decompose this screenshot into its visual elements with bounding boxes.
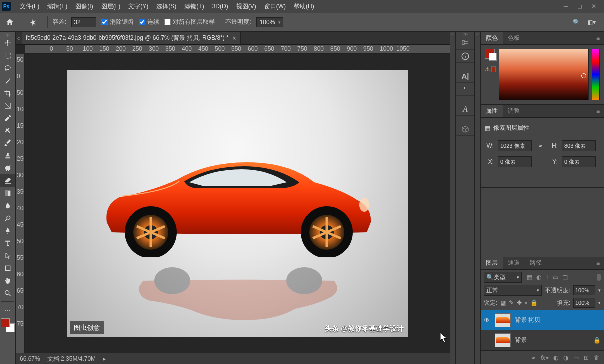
close-icon[interactable]: ✕ (590, 2, 598, 10)
color-swatches[interactable] (1, 318, 15, 332)
dock-collapse-left[interactable]: « (450, 32, 456, 364)
eyedropper-tool[interactable] (0, 112, 16, 124)
lock-pos-icon[interactable]: ✥ (517, 299, 522, 306)
document-tab[interactable]: fd5c5ed0-2e7a-49a3-9db0-bb995f6f03f2.jpg… (22, 32, 241, 44)
new-layer-icon[interactable]: ⊞ (584, 354, 589, 361)
filter-pixel-icon[interactable]: ▦ (527, 274, 532, 281)
hue-slider[interactable] (592, 49, 600, 100)
layer-row[interactable]: 背景🔒 (481, 330, 604, 350)
frame-tool[interactable] (0, 99, 16, 112)
path-select-tool[interactable] (0, 249, 16, 262)
gamut-warning-icon[interactable]: ⚠ (485, 66, 496, 73)
tab-close-icon[interactable]: × (233, 35, 236, 42)
panel-menu-icon[interactable]: ≡ (592, 260, 604, 267)
delete-icon[interactable]: 🗑 (594, 354, 600, 361)
foreground-swatch[interactable] (1, 318, 10, 327)
workspace-icon[interactable]: ◧▾ (588, 19, 596, 26)
layer-row[interactable]: 👁背景 拷贝 (481, 310, 604, 330)
dock-info-icon[interactable] (456, 50, 474, 63)
search-icon[interactable]: 🔍 (573, 19, 580, 26)
history-brush-tool[interactable] (0, 162, 16, 174)
shape-tool[interactable] (0, 262, 16, 274)
tool-preset-icon[interactable] (27, 16, 42, 28)
blur-tool[interactable] (0, 199, 16, 212)
menu-layer[interactable]: 图层(L) (98, 2, 125, 11)
link-wh-icon[interactable]: ⚭ (536, 142, 545, 149)
mask-icon[interactable]: ◐ (554, 354, 558, 361)
filter-smart-icon[interactable]: ◫ (562, 274, 568, 281)
link-layers-icon[interactable]: ⚭ (531, 354, 536, 361)
menu-select[interactable]: 选择(S) (152, 2, 180, 11)
filter-type-icon[interactable]: T (546, 274, 549, 281)
fx-icon[interactable]: fx▾ (541, 354, 548, 361)
menu-type[interactable]: 文字(Y) (124, 2, 152, 11)
dock-collapse-right[interactable]: « (475, 32, 481, 364)
magic-wand-tool[interactable] (0, 74, 16, 87)
pen-tool[interactable] (0, 224, 16, 237)
x-input[interactable] (498, 156, 532, 167)
tab-layers[interactable]: 图层 (481, 257, 503, 269)
canvas-viewport[interactable]: 图虫创意 头条 @教你零基础学设计 (25, 54, 450, 353)
menu-filter[interactable]: 滤镜(T) (180, 2, 208, 11)
menu-view[interactable]: 视图(V) (232, 2, 260, 11)
dock-history-icon[interactable] (456, 37, 474, 50)
lock-trans-icon[interactable]: ▩ (500, 299, 506, 306)
dock-3d-icon[interactable] (456, 123, 474, 136)
menu-3d[interactable]: 3D(D) (208, 3, 232, 10)
tab-channels[interactable]: 通道 (503, 257, 525, 269)
menu-file[interactable]: 文件(F) (16, 2, 44, 11)
tab-paths[interactable]: 路径 (525, 257, 547, 269)
tab-swatches[interactable]: 色板 (503, 32, 525, 44)
layer-thumbnail[interactable] (495, 333, 511, 347)
dock-paragraph-icon[interactable]: ¶ (456, 83, 474, 96)
minimize-icon[interactable]: ─ (562, 2, 570, 10)
type-tool[interactable] (0, 237, 16, 249)
tab-properties[interactable]: 属性 (481, 105, 503, 117)
panel-menu-icon[interactable]: ≡ (592, 108, 604, 115)
dodge-tool[interactable] (0, 212, 16, 224)
menu-edit[interactable]: 编辑(E) (44, 2, 72, 11)
tab-adjustments[interactable]: 调整 (503, 105, 525, 117)
contiguous-checkbox[interactable]: 连续 (139, 18, 160, 26)
dock-character-icon[interactable]: A| (456, 70, 474, 83)
layer-name[interactable]: 背景 拷贝 (515, 316, 540, 324)
menu-image[interactable]: 图像(I) (72, 2, 97, 11)
width-input[interactable] (498, 140, 532, 151)
marquee-tool[interactable] (0, 49, 16, 62)
stamp-tool[interactable] (0, 149, 16, 162)
layer-thumbnail[interactable] (495, 313, 511, 327)
filter-shape-icon[interactable]: ▭ (553, 274, 558, 281)
blend-mode-dropdown[interactable]: 正常 (484, 285, 542, 296)
visibility-icon[interactable]: 👁 (484, 317, 491, 324)
layer-fill-input[interactable] (574, 298, 596, 308)
lock-nest-icon[interactable]: ▫ (525, 299, 527, 306)
eraser-tool[interactable] (0, 174, 16, 187)
lock-all-icon[interactable]: 🔒 (530, 299, 538, 306)
brush-tool[interactable] (0, 137, 16, 149)
height-input[interactable] (562, 140, 596, 151)
menu-help[interactable]: 帮助(H) (290, 2, 318, 11)
antialias-checkbox[interactable]: 消除锯齿 (102, 18, 134, 26)
opacity-dropdown[interactable]: 100% (256, 17, 284, 27)
filter-toggle[interactable] (597, 274, 601, 281)
lock-paint-icon[interactable]: ✎ (509, 299, 514, 306)
zoom-tool[interactable] (0, 287, 16, 299)
dock-glyphs-icon[interactable]: A (456, 103, 474, 116)
home-button[interactable] (4, 16, 16, 28)
zoom-level[interactable]: 66.67% (20, 355, 40, 362)
group-icon[interactable]: ▭ (574, 354, 579, 361)
filter-adjust-icon[interactable]: ◐ (536, 274, 542, 281)
adjustment-icon[interactable]: ◑ (564, 354, 568, 361)
doc-size[interactable]: 文档:2.35M/4.70M (48, 355, 96, 363)
layer-filter-dropdown[interactable]: 🔍 类型 (484, 272, 522, 283)
layer-name[interactable]: 背景 (515, 336, 527, 344)
edit-toolbar-icon[interactable]: ⋯ (0, 304, 16, 316)
all-layers-checkbox[interactable]: 对所有图层取样 (164, 18, 215, 26)
bg-color-box[interactable] (489, 53, 497, 61)
crop-tool[interactable] (0, 87, 16, 99)
healing-tool[interactable] (0, 124, 16, 137)
menu-window[interactable]: 窗口(W) (260, 2, 290, 11)
tab-color[interactable]: 颜色 (481, 32, 503, 44)
y-input[interactable] (562, 156, 596, 167)
maximize-icon[interactable]: ◻ (576, 2, 584, 10)
